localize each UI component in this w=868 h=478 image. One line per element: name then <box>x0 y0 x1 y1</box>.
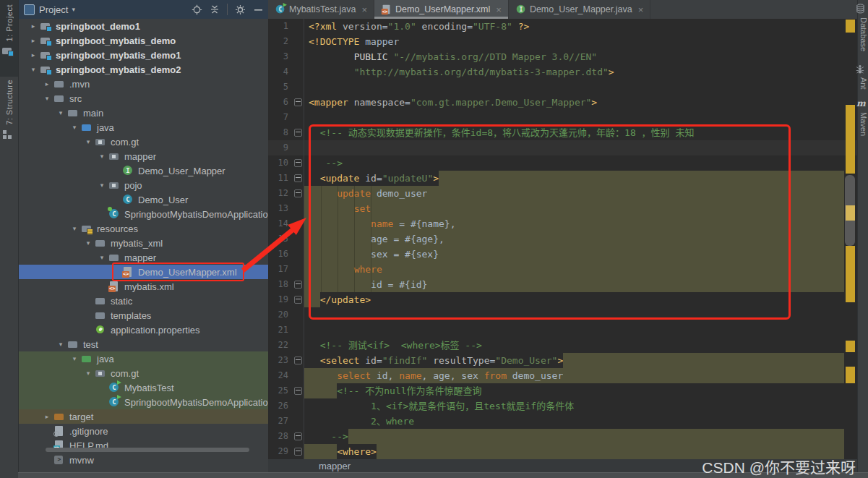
fold-marker-icon[interactable] <box>294 432 302 440</box>
tree-item[interactable]: ▸.mvn <box>18 77 268 91</box>
code-line[interactable]: 5 <box>268 80 857 95</box>
tree-collapse-arrow-icon[interactable]: ▾ <box>82 370 95 377</box>
fold-marker-icon[interactable] <box>294 98 302 106</box>
tree-item[interactable]: ▾com.gt <box>18 366 268 380</box>
tab-Demo_User_Mapper.java[interactable]: Demo_User_Mapper.java× <box>509 0 650 19</box>
code-line[interactable]: 14 name = #{name}, <box>268 216 857 231</box>
code-line[interactable]: 1<?xml version="1.0" encoding="UTF-8" ?> <box>268 19 857 34</box>
code-line[interactable]: 26 1、<if>就是条件语句，且test就是if的条件体 <box>268 398 857 414</box>
code-line[interactable]: 9 <box>268 140 857 155</box>
close-tab-icon[interactable]: × <box>496 5 502 14</box>
tree-item[interactable]: ▸target <box>18 409 268 424</box>
tree-collapse-arrow-icon[interactable]: ▾ <box>54 109 67 116</box>
tree-item[interactable]: static <box>18 294 268 308</box>
code-line[interactable]: 3 PUBLIC "-//mybatis.org//DTD Mapper 3.0… <box>268 49 857 64</box>
tree-collapse-arrow-icon[interactable]: ▾ <box>40 95 53 102</box>
tree-item[interactable]: ▾mybatis_xml <box>18 236 268 250</box>
code-line[interactable]: 17 where <box>268 262 857 277</box>
settings-icon[interactable] <box>234 4 246 15</box>
tree-item[interactable]: Demo_User_Mapper <box>18 163 268 178</box>
tree-expand-arrow-icon[interactable]: ▸ <box>40 413 53 420</box>
code-line[interactable]: 15 age = #{age}, <box>268 231 857 247</box>
code-line[interactable]: 16 sex = #{sex} <box>268 247 857 262</box>
tree-item[interactable]: ▸springboot_mybatis_demo <box>18 33 268 48</box>
fold-marker-icon[interactable] <box>294 189 302 197</box>
tree-item[interactable]: ▸springboot_demo1 <box>18 19 268 33</box>
tree-item[interactable]: ▾java <box>18 120 268 135</box>
code-line[interactable]: 25 <!-- 不为null作为条件惊醒查询 <box>268 383 857 398</box>
fold-marker-icon[interactable] <box>294 159 302 167</box>
tree-expand-arrow-icon[interactable]: ▸ <box>27 22 40 30</box>
tree-item[interactable]: ▸springboot_mybatis_demo1 <box>18 48 268 62</box>
tree-item[interactable]: Demo_User <box>18 192 268 207</box>
fold-marker-icon[interactable] <box>294 174 302 182</box>
tree-item[interactable]: ▾mapper <box>18 250 268 265</box>
tab-Demo_UserMapper.xml[interactable]: Demo_UserMapper.xml× <box>374 0 509 19</box>
tree-expand-arrow-icon[interactable]: ▸ <box>27 51 40 59</box>
tree-expand-arrow-icon[interactable]: ▸ <box>27 37 40 44</box>
tool-button-database[interactable]: Database <box>858 4 868 51</box>
code-line[interactable]: 27 2、where <box>268 414 857 429</box>
tool-button-structure[interactable]: 7: Structure <box>0 77 18 161</box>
tree-item[interactable]: ▾springboot_mybatis_demo2 <box>18 62 268 77</box>
code-line[interactable]: 10 --> <box>268 155 857 171</box>
hide-panel-icon[interactable] <box>252 4 264 15</box>
breadcrumb[interactable]: mapper <box>319 461 351 471</box>
fold-marker-icon[interactable] <box>294 296 302 304</box>
code-line[interactable]: 11 <update id="updateU"> <box>268 171 857 186</box>
tree-item[interactable]: ▾pojo <box>18 178 268 192</box>
tree-item[interactable]: SpringbootMybatisDemoApplicatio <box>18 395 268 409</box>
tree-item[interactable]: mybatis.xml <box>18 279 268 294</box>
horizontal-scrollbar[interactable] <box>46 448 249 452</box>
tree-item[interactable]: ▾test <box>18 337 268 351</box>
code-line[interactable]: 20 <box>268 307 857 323</box>
tree-collapse-arrow-icon[interactable]: ▾ <box>54 341 67 348</box>
tree-collapse-arrow-icon[interactable]: ▾ <box>82 138 95 145</box>
fold-marker-icon[interactable] <box>294 448 302 456</box>
vertical-scrollbar-thumb[interactable] <box>845 175 855 246</box>
tree-collapse-arrow-icon[interactable]: ▾ <box>82 239 95 247</box>
tree-item[interactable]: templates <box>18 308 268 323</box>
code-line[interactable]: 22 <!-- 测试<if> <where>标签 --> <box>268 338 857 353</box>
code-line[interactable]: 19 </update> <box>268 292 857 307</box>
code-line[interactable]: 13 set <box>268 201 857 216</box>
collapse-all-icon[interactable] <box>209 4 220 15</box>
tree-item[interactable]: ▾mapper <box>18 149 268 163</box>
tree-collapse-arrow-icon[interactable]: ▾ <box>68 124 81 131</box>
code-line[interactable]: 8 <!-- 动态实现数据更新操作，条件id=8，将八戒改为天蓬元帅，年龄：18… <box>268 125 857 140</box>
code-line[interactable]: 21 <box>268 323 857 338</box>
tool-button-project[interactable]: 1: Project <box>0 0 18 77</box>
tree-collapse-arrow-icon[interactable]: ▾ <box>68 225 81 232</box>
fold-marker-icon[interactable] <box>294 281 302 289</box>
tool-button-maven[interactable]: Maven <box>858 98 868 136</box>
tree-item[interactable]: ▾java <box>18 351 268 366</box>
code-line[interactable]: 28 --> <box>268 429 857 444</box>
code-line[interactable]: 2<!DOCTYPE mapper <box>268 34 857 49</box>
code-line[interactable]: 7 <box>268 110 857 125</box>
fold-marker-icon[interactable] <box>294 387 302 395</box>
locate-icon[interactable] <box>191 4 202 15</box>
tree-expand-arrow-icon[interactable]: ▸ <box>40 80 53 88</box>
close-tab-icon[interactable]: × <box>638 5 644 14</box>
close-tab-icon[interactable]: × <box>361 5 367 14</box>
tree-collapse-arrow-icon[interactable]: ▾ <box>95 254 108 261</box>
tree-item[interactable]: MybatisTest <box>18 380 268 395</box>
tree-collapse-arrow-icon[interactable]: ▾ <box>95 153 108 160</box>
code-editor[interactable]: 1<?xml version="1.0" encoding="UTF-8" ?>… <box>268 19 857 459</box>
tree-item[interactable]: Demo_UserMapper.xml <box>18 265 268 279</box>
code-line[interactable]: 6<mapper namespace="com.gt.mapper.Demo_U… <box>268 95 857 110</box>
tree-collapse-arrow-icon[interactable]: ▾ <box>27 66 40 73</box>
tree-collapse-arrow-icon[interactable]: ▾ <box>68 355 81 362</box>
tree-item[interactable]: ▾main <box>18 106 268 120</box>
tree-item[interactable]: .gitignore <box>18 424 268 438</box>
code-line[interactable]: 4 "http://mybatis.org/dtd/mybatis-3-mapp… <box>268 64 857 80</box>
tree-collapse-arrow-icon[interactable]: ▾ <box>95 182 108 189</box>
tree-item[interactable]: ▾resources <box>18 221 268 236</box>
code-line[interactable]: 12 update demo_user <box>268 186 857 201</box>
code-line[interactable]: 18 id = #{id} <box>268 277 857 292</box>
tree-item[interactable]: ▾src <box>18 91 268 106</box>
code-line[interactable]: 24 select id, name, age, sex from demo_u… <box>268 368 857 383</box>
code-line[interactable]: 23 <select id="findIf" resultType="Demo_… <box>268 353 857 368</box>
fold-marker-icon[interactable] <box>294 357 302 364</box>
tree-item[interactable]: ▾com.gt <box>18 135 268 149</box>
